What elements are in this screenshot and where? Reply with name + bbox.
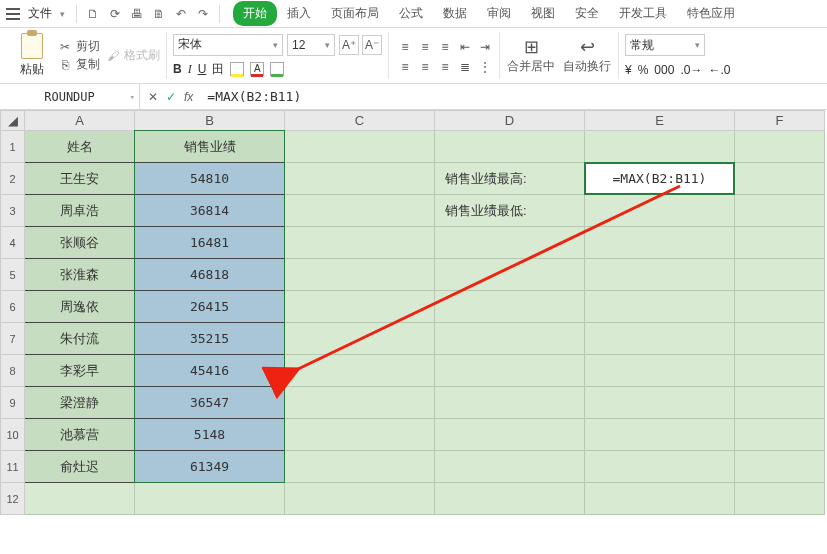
cell[interactable] [585, 259, 735, 291]
cell[interactable]: 16481 [135, 227, 285, 259]
align-top-center-icon[interactable]: ≡ [415, 37, 435, 57]
comma-icon[interactable]: 000 [654, 63, 674, 77]
number-format-select[interactable]: 常规▾ [625, 34, 705, 56]
fill-color-button[interactable] [230, 62, 244, 76]
row-header[interactable]: 9 [1, 387, 25, 419]
redo-icon[interactable]: ↷ [194, 5, 212, 23]
cell[interactable] [735, 323, 825, 355]
cell[interactable]: 销售业绩最低: [435, 195, 585, 227]
cell[interactable] [285, 227, 435, 259]
col-header-C[interactable]: C [285, 111, 435, 131]
cell[interactable]: 姓名 [25, 131, 135, 163]
indent-decrease-icon[interactable]: ⇤ [455, 37, 475, 57]
cell[interactable] [435, 387, 585, 419]
cell[interactable] [585, 387, 735, 419]
font-select[interactable]: 宋体▾ [173, 34, 283, 56]
font-size-select[interactable]: 12▾ [287, 34, 335, 56]
tab-layout[interactable]: 页面布局 [321, 1, 389, 26]
copy-button[interactable]: ⎘复制 [58, 56, 100, 73]
spreadsheet-grid[interactable]: ◢ A B C D E F 1姓名销售业绩2王生安54810销售业绩最高:=MA… [0, 110, 825, 515]
tab-formula[interactable]: 公式 [389, 1, 433, 26]
cell[interactable]: 梁澄静 [25, 387, 135, 419]
row-header[interactable]: 6 [1, 291, 25, 323]
cell[interactable] [435, 323, 585, 355]
cell[interactable] [585, 131, 735, 163]
cell[interactable]: 俞灶迟 [25, 451, 135, 483]
decrease-font-icon[interactable]: A⁻ [362, 35, 382, 55]
cell[interactable] [585, 355, 735, 387]
cell[interactable] [585, 227, 735, 259]
cell[interactable] [735, 355, 825, 387]
cell[interactable] [735, 291, 825, 323]
cell[interactable] [735, 419, 825, 451]
cell[interactable] [435, 355, 585, 387]
row-header[interactable]: 12 [1, 483, 25, 515]
col-header-F[interactable]: F [735, 111, 825, 131]
cell[interactable] [435, 419, 585, 451]
row-header[interactable]: 11 [1, 451, 25, 483]
cell[interactable] [585, 195, 735, 227]
cell[interactable] [735, 163, 825, 195]
align-justify-icon[interactable]: ≣ [455, 57, 475, 77]
menu-icon[interactable] [6, 7, 20, 21]
row-header[interactable]: 3 [1, 195, 25, 227]
cell[interactable] [585, 323, 735, 355]
cell[interactable] [435, 291, 585, 323]
align-top-right-icon[interactable]: ≡ [435, 37, 455, 57]
refresh-icon[interactable]: ⟳ [106, 5, 124, 23]
align-center-icon[interactable]: ≡ [415, 57, 435, 77]
col-header-E[interactable]: E [585, 111, 735, 131]
cell[interactable] [735, 483, 825, 515]
cell[interactable]: 61349 [135, 451, 285, 483]
cell[interactable] [285, 163, 435, 195]
cell[interactable] [735, 227, 825, 259]
col-header-D[interactable]: D [435, 111, 585, 131]
cell[interactable]: 35215 [135, 323, 285, 355]
tab-insert[interactable]: 插入 [277, 1, 321, 26]
cell[interactable] [735, 195, 825, 227]
confirm-formula-icon[interactable]: ✓ [166, 90, 176, 104]
cell[interactable]: 张淮森 [25, 259, 135, 291]
cell[interactable] [285, 131, 435, 163]
print-preview-icon[interactable]: 🗎 [150, 5, 168, 23]
align-left-icon[interactable]: ≡ [395, 57, 415, 77]
cell[interactable]: 46818 [135, 259, 285, 291]
cell[interactable] [735, 259, 825, 291]
row-header[interactable]: 8 [1, 355, 25, 387]
cell[interactable]: 周卓浩 [25, 195, 135, 227]
italic-button[interactable]: I [188, 62, 192, 77]
cancel-formula-icon[interactable]: ✕ [148, 90, 158, 104]
cell[interactable]: 李彩早 [25, 355, 135, 387]
tab-view[interactable]: 视图 [521, 1, 565, 26]
align-right-icon[interactable]: ≡ [435, 57, 455, 77]
cell[interactable] [585, 483, 735, 515]
active-cell-e2[interactable]: =MAX(B2:B11) [585, 163, 735, 195]
cell[interactable]: 36547 [135, 387, 285, 419]
cell[interactable]: 周逸依 [25, 291, 135, 323]
cell[interactable] [435, 483, 585, 515]
row-header[interactable]: 5 [1, 259, 25, 291]
cell[interactable] [285, 259, 435, 291]
cell[interactable] [435, 259, 585, 291]
row-header[interactable]: 1 [1, 131, 25, 163]
align-top-left-icon[interactable]: ≡ [395, 37, 415, 57]
tab-data[interactable]: 数据 [433, 1, 477, 26]
cell[interactable]: 朱付流 [25, 323, 135, 355]
cut-button[interactable]: ✂剪切 [58, 38, 100, 55]
cell[interactable] [585, 419, 735, 451]
cell[interactable] [285, 291, 435, 323]
cell[interactable] [285, 387, 435, 419]
cell[interactable] [285, 419, 435, 451]
cell[interactable]: 5148 [135, 419, 285, 451]
cell[interactable]: 54810 [135, 163, 285, 195]
cell[interactable] [285, 483, 435, 515]
name-box[interactable]: ROUNDUP ▾ [0, 84, 140, 110]
cell[interactable] [135, 483, 285, 515]
chevron-down-icon[interactable]: ▾ [130, 92, 135, 102]
col-header-A[interactable]: A [25, 111, 135, 131]
decimal-inc-icon[interactable]: .0→ [680, 63, 702, 77]
tab-review[interactable]: 审阅 [477, 1, 521, 26]
cell[interactable] [285, 355, 435, 387]
col-header-B[interactable]: B [135, 111, 285, 131]
cell[interactable] [435, 451, 585, 483]
